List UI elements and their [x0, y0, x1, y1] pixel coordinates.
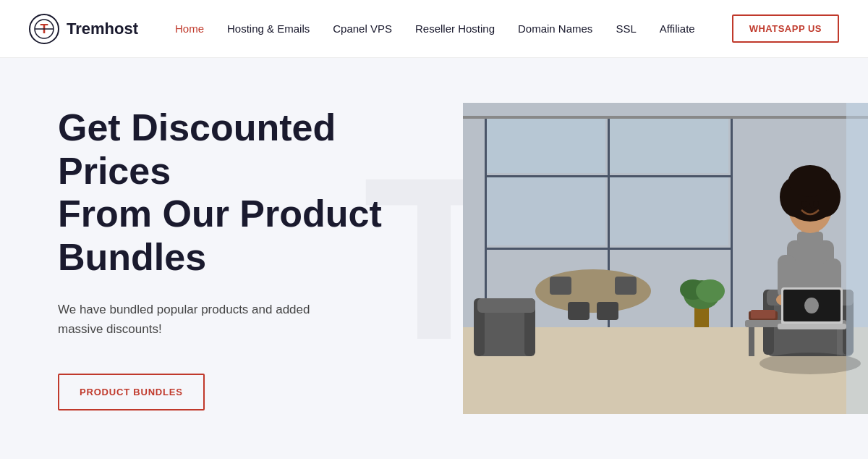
main-header: T Tremhost Home Hosting & Emails Cpanel …	[0, 0, 868, 58]
nav-item-affiliate[interactable]: Affiliate	[660, 22, 695, 35]
svg-rect-14	[610, 117, 728, 173]
nav-item-domains[interactable]: Domain Names	[518, 22, 592, 35]
nav-item-cpanel[interactable]: Cpanel VPS	[333, 22, 392, 35]
svg-rect-21	[597, 302, 618, 320]
svg-point-43	[813, 201, 819, 208]
svg-point-53	[804, 298, 819, 313]
svg-rect-49	[749, 327, 754, 356]
hero-illustration	[463, 103, 868, 414]
svg-rect-9	[731, 117, 733, 327]
svg-rect-18	[550, 277, 571, 295]
nav-item-ssl[interactable]: SSL	[616, 22, 636, 35]
svg-rect-50	[837, 327, 843, 356]
hero-subtitle: We have bundled popular products and add…	[58, 300, 347, 339]
hero-section: T Get Discounted Prices From Our Product…	[0, 58, 868, 459]
svg-rect-10	[485, 175, 731, 177]
svg-rect-12	[487, 117, 605, 173]
svg-rect-7	[485, 117, 487, 327]
svg-rect-15	[610, 177, 728, 245]
hero-image-area	[434, 58, 868, 459]
hero-content: Get Discounted Prices From Our Product B…	[58, 106, 434, 411]
svg-point-41	[788, 165, 832, 197]
svg-rect-56	[751, 310, 775, 319]
svg-rect-11	[485, 248, 731, 250]
whatsapp-button[interactable]: WHATSAPP US	[732, 14, 839, 43]
nav-item-hosting[interactable]: Hosting & Emails	[227, 22, 310, 35]
svg-rect-13	[487, 177, 605, 245]
svg-rect-54	[778, 324, 846, 329]
logo-icon: T	[29, 14, 59, 44]
svg-point-25	[696, 279, 725, 303]
logo-link[interactable]: T Tremhost	[29, 14, 138, 44]
svg-rect-19	[615, 277, 637, 295]
product-bundles-button[interactable]: PRODUCT BUNDLES	[58, 374, 205, 410]
svg-rect-16	[463, 116, 868, 119]
nav-item-reseller[interactable]: Reseller Hosting	[415, 22, 495, 35]
nav-item-home[interactable]: Home	[175, 22, 204, 35]
hero-title: Get Discounted Prices From Our Product B…	[58, 106, 434, 279]
main-nav: Home Hosting & Emails Cpanel VPS Reselle…	[175, 22, 695, 35]
svg-rect-20	[568, 302, 590, 320]
logo-text: Tremhost	[67, 20, 138, 38]
svg-rect-36	[797, 232, 823, 245]
svg-rect-29	[477, 298, 535, 313]
svg-point-58	[760, 353, 861, 374]
svg-point-42	[801, 201, 807, 208]
